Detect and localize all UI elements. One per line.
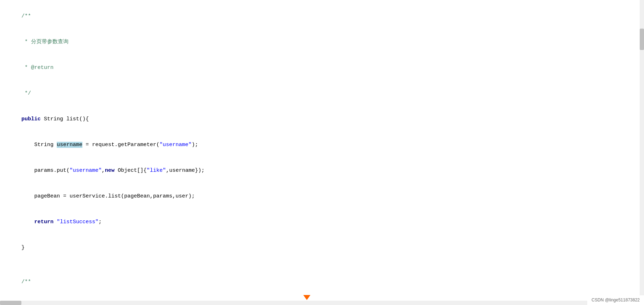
horizontal-scrollbar[interactable] <box>0 301 615 305</box>
code-line-9: return "listSuccess"; <box>7 209 644 235</box>
code-line-6: String username = request.getParameter("… <box>7 132 644 158</box>
code-line-7: params.put("username",new Object[]{"like… <box>7 158 644 184</box>
code-line-3: * @return <box>7 55 644 81</box>
scroll-arrow-icon[interactable] <box>303 295 310 300</box>
horizontal-scrollbar-thumb[interactable] <box>0 301 21 305</box>
vertical-scrollbar[interactable] <box>640 0 644 305</box>
code-line-10: } <box>7 235 644 261</box>
code-line-8: pageBean = userService.list(pageBean,par… <box>7 184 644 209</box>
code-line-2: * 分页带参数查询 <box>7 29 644 55</box>
scrollbar-thumb[interactable] <box>640 29 644 50</box>
watermark: CSDN @linge511873822 <box>587 295 644 305</box>
code-line-4: */ <box>7 81 644 106</box>
code-line-5: public String list(){ <box>7 106 644 132</box>
code-line-11 <box>7 261 644 269</box>
code-editor: /** * 分页带参数查询 * @return */ public String… <box>0 0 644 305</box>
code-line-1: /** <box>7 4 644 29</box>
code-line-12: /** <box>7 269 644 295</box>
